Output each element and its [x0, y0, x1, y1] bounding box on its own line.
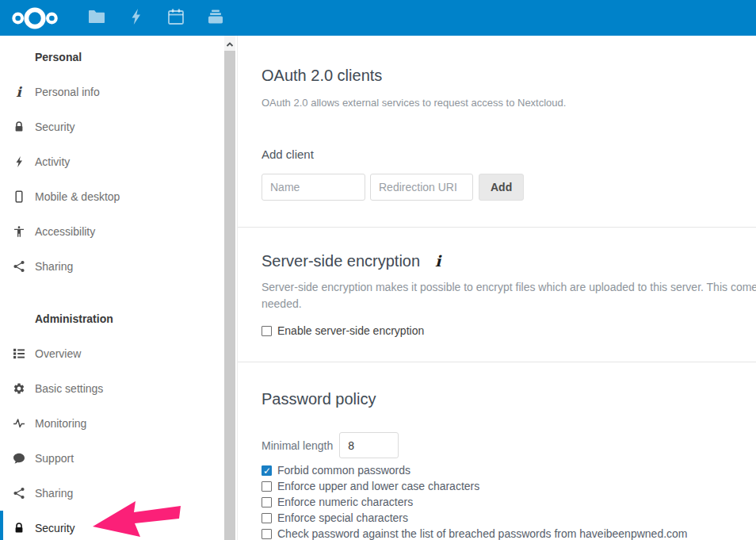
sidebar-item-support[interactable]: Support: [0, 441, 237, 476]
encryption-description-line1: Server-side encryption makes it possible…: [262, 281, 756, 293]
info-icon: i: [12, 86, 25, 99]
minimal-length-input[interactable]: [339, 432, 399, 458]
minimal-length-row: Minimal length: [262, 432, 756, 458]
password-policy-title: Password policy: [262, 389, 756, 408]
activity-app-button[interactable]: [116, 0, 156, 36]
add-client-label: Add client: [262, 147, 756, 162]
scroll-up-button[interactable]: [224, 36, 235, 51]
lightning-icon: [12, 155, 25, 169]
client-name-input[interactable]: [262, 174, 365, 201]
password-policy-checkboxes: Forbid common passwords Enforce upper an…: [262, 462, 756, 540]
share-icon: [12, 260, 25, 274]
enforce-numeric-checkbox[interactable]: [262, 497, 272, 507]
stack-icon: [206, 7, 225, 29]
sidebar-item-sharing-admin[interactable]: Sharing: [0, 476, 237, 511]
sidebar-item-overview[interactable]: Overview: [0, 336, 237, 371]
lock-icon: [12, 522, 25, 535]
forbid-common-passwords-checkbox[interactable]: [262, 465, 272, 476]
sidebar-item-basic-settings[interactable]: Basic settings: [0, 371, 237, 406]
encryption-description-line2: needed.: [262, 297, 756, 310]
calendar-app-button[interactable]: [156, 0, 196, 36]
policy-row-special: Enforce special characters: [262, 510, 756, 526]
redirection-uri-input[interactable]: [370, 174, 473, 201]
pulse-icon: [12, 417, 25, 431]
encryption-section-header: Server-side encryption i: [262, 251, 756, 270]
section-divider: [238, 227, 756, 228]
sidebar-item-activity[interactable]: Activity: [0, 144, 237, 179]
chevron-up-icon: [226, 36, 234, 51]
enforce-special-checkbox[interactable]: [262, 513, 272, 523]
section-gap: [0, 284, 237, 301]
sidebar-section-administration: Administration: [0, 301, 237, 336]
sidebar-scrollbar[interactable]: [224, 36, 235, 540]
overview-list-icon: [12, 347, 25, 361]
add-client-form: Add: [262, 174, 756, 201]
calendar-icon: [166, 7, 185, 29]
lock-icon: [12, 121, 25, 134]
sidebar-item-mobile-desktop[interactable]: Mobile & desktop: [0, 179, 237, 214]
gear-icon: [12, 382, 25, 396]
settings-sidebar: Personal i Personal info Security Activi…: [0, 36, 238, 540]
sidebar-item-sharing-personal[interactable]: Sharing: [0, 249, 237, 284]
phone-icon: [12, 190, 25, 204]
sidebar-item-monitoring[interactable]: Monitoring: [0, 406, 237, 441]
policy-row-forbid-common: Forbid common passwords: [262, 462, 756, 478]
check-hibp-checkbox[interactable]: [262, 529, 272, 539]
encryption-section-title: Server-side encryption: [262, 251, 420, 270]
enable-encryption-label[interactable]: Enable server-side encryption: [277, 324, 424, 337]
info-icon[interactable]: i: [435, 252, 441, 270]
policy-row-upper-lower: Enforce upper and lower case characters: [262, 478, 756, 494]
chat-bubble-icon: [12, 452, 25, 465]
nextcloud-logo[interactable]: [8, 2, 63, 34]
lightning-icon: [127, 7, 146, 29]
minimal-length-label: Minimal length: [262, 439, 333, 452]
section-divider: [238, 362, 756, 362]
add-button[interactable]: Add: [479, 174, 524, 201]
enable-encryption-checkbox[interactable]: [262, 326, 272, 336]
deck-app-button[interactable]: [196, 0, 235, 36]
enforce-upper-lower-checkbox[interactable]: [262, 481, 272, 492]
sidebar-item-security-admin[interactable]: Security: [0, 511, 237, 540]
policy-row-hibp: Check password against the list of breac…: [262, 526, 756, 540]
share-icon: [12, 487, 25, 500]
sidebar-item-personal-info[interactable]: i Personal info: [0, 75, 237, 109]
scrollbar-thumb[interactable]: [224, 51, 235, 540]
top-header-bar: [0, 0, 756, 36]
accessibility-icon: [12, 225, 25, 239]
oauth-section-title: OAuth 2.0 clients: [262, 66, 756, 85]
oauth-description: OAuth 2.0 allows external services to re…: [262, 97, 756, 109]
folder-icon: [87, 7, 106, 29]
sidebar-section-personal: Personal: [0, 40, 237, 75]
sidebar-item-accessibility[interactable]: Accessibility: [0, 214, 237, 249]
sidebar-item-security-personal[interactable]: Security: [0, 109, 237, 144]
policy-row-numeric: Enforce numeric characters: [262, 494, 756, 510]
settings-content: OAuth 2.0 clients OAuth 2.0 allows exter…: [262, 36, 756, 540]
files-app-button[interactable]: [77, 0, 116, 36]
enable-encryption-row: Enable server-side encryption: [262, 323, 756, 339]
